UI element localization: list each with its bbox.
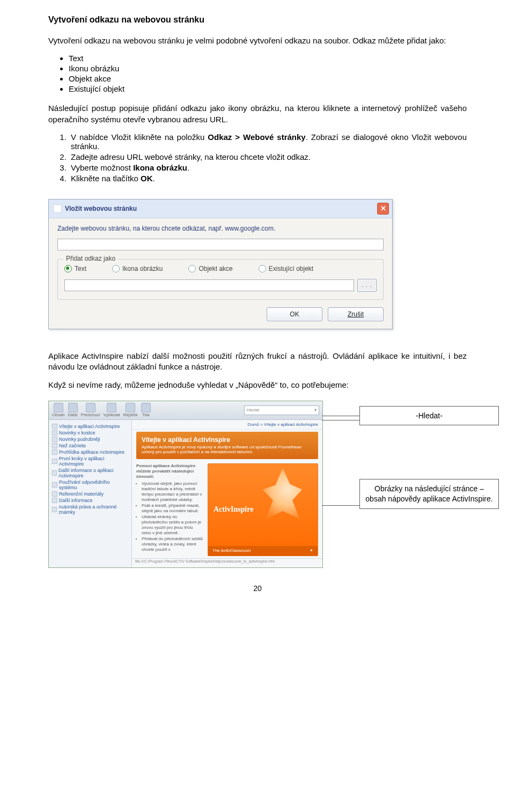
help-toolbar: Obsah Další Předchozí Vyhledat Rejstřík … bbox=[49, 401, 322, 420]
browse-button[interactable]: . . . bbox=[357, 279, 377, 292]
close-button[interactable]: ✕ bbox=[377, 203, 389, 215]
list-item: Zadejte adresu URL webové stránky, na kt… bbox=[69, 152, 467, 161]
radio-label: Objekt akce bbox=[198, 265, 232, 272]
toolbar-icon bbox=[54, 403, 63, 412]
tree-icon bbox=[52, 430, 57, 435]
tree-icon bbox=[52, 459, 57, 464]
cancel-button[interactable]: Zrušit bbox=[328, 307, 384, 321]
tree-icon bbox=[52, 491, 57, 497]
toolbar-item[interactable]: Vyhledat bbox=[104, 403, 120, 417]
secondary-input[interactable] bbox=[64, 279, 354, 291]
tree-icon bbox=[52, 449, 57, 455]
tree-item[interactable]: Novinky v kostce bbox=[50, 430, 130, 436]
dialog-icon bbox=[53, 204, 62, 213]
list-item: Existující objekt bbox=[69, 84, 467, 93]
status-bar: file:///C:/Program Files/ACTIV Software/… bbox=[132, 558, 322, 567]
hero-banner: Vítejte v aplikaci ActivInspire Aplikace… bbox=[136, 432, 318, 459]
paragraph: Následující postup popisuje přidání odka… bbox=[48, 103, 467, 125]
dialog-titlebar: Vložit webovou stránku ✕ bbox=[49, 200, 392, 218]
toolbar-icon bbox=[126, 403, 135, 412]
tree-item[interactable]: Referenční materiály bbox=[50, 491, 130, 497]
breadcrumb: Domů > Vítejte v aplikaci ActivInspire bbox=[132, 420, 322, 430]
list-item: Přidávat do předváděcích sešitů obrázky,… bbox=[142, 536, 203, 552]
bullet-list: Text Ikonu obrázku Objekt akce Existujíc… bbox=[69, 54, 467, 93]
tree-icon bbox=[52, 443, 57, 448]
toolbar-icon bbox=[86, 403, 95, 412]
tree-icon bbox=[52, 470, 57, 476]
paragraph: Aplikace ActivInspire nabízí další možno… bbox=[48, 351, 467, 373]
radio-dot-icon bbox=[259, 265, 266, 272]
tree-item[interactable]: Autorská práva a ochranné známky bbox=[50, 504, 130, 515]
activinspire-help-screenshot: Obsah Další Předchozí Vyhledat Rejstřík … bbox=[48, 401, 323, 568]
radio-action-object[interactable]: Objekt akce bbox=[188, 265, 232, 272]
radio-label: Existující objekt bbox=[269, 265, 313, 272]
radio-dot-icon bbox=[188, 265, 196, 272]
list-item: Ukládat stránky do předváděcího sešitu a… bbox=[142, 514, 203, 536]
toolbar-item[interactable]: Předchozí bbox=[81, 403, 100, 417]
list-item: Text bbox=[69, 54, 467, 63]
radio-dot-icon bbox=[112, 265, 120, 272]
tree-icon bbox=[52, 424, 57, 429]
hero-title: Vítejte v aplikaci ActivInspire bbox=[142, 436, 313, 444]
tree-item[interactable]: Další informace o aplikaci ActivInspire bbox=[50, 467, 130, 479]
page-number: 20 bbox=[48, 584, 467, 593]
list-item: Vyberte možnost Ikona obrázku. bbox=[69, 163, 467, 172]
hero-subtitle: Aplikace ActivInspire je nový výukový a … bbox=[142, 445, 313, 455]
numbered-steps: V nabídce Vložit klikněte na položku Odk… bbox=[69, 132, 467, 183]
tree-item[interactable]: Vítejte v aplikaci ActivInspire bbox=[50, 423, 130, 430]
flame-icon bbox=[259, 468, 307, 522]
help-navigation-tree: Vítejte v aplikaci ActivInspire Novinky … bbox=[49, 420, 132, 567]
toolbar-item[interactable]: Rejstřík bbox=[123, 403, 138, 417]
toolbar-icon bbox=[107, 403, 116, 412]
tree-item[interactable]: Další informace bbox=[50, 497, 130, 504]
url-input[interactable] bbox=[57, 239, 384, 250]
tree-item[interactable]: Používání odpovědního systému bbox=[50, 479, 130, 491]
doc-heading: Vytvoření odkazu na webovou stránku bbox=[48, 15, 467, 25]
intro-paragraph: Vytvoření odkazu na webovou stránku je v… bbox=[48, 35, 467, 46]
dialog-description: Zadejte webovou stránku, na kterou chcet… bbox=[57, 225, 384, 232]
list-item: Vyučovat stejně, jako pomocí tradiční ta… bbox=[142, 481, 203, 503]
list-item: Klikněte na tlačítko OK. bbox=[69, 174, 467, 183]
callout-search: -Hledat- bbox=[359, 406, 499, 426]
paragraph: Když si nevíme rady, můžeme jednoduše vy… bbox=[48, 380, 467, 390]
callout-images: Obrázky na následující stránce – obsah n… bbox=[359, 479, 499, 509]
tree-item[interactable]: Novinky podrobněji bbox=[50, 436, 130, 442]
radio-image-icon[interactable]: Ikona obrázku bbox=[112, 265, 163, 272]
toolbar-icon bbox=[68, 403, 78, 412]
search-dropdown-icon: ▾ bbox=[314, 408, 317, 412]
promo-image: ActivInspire The ActivClassroom✶ bbox=[208, 463, 318, 556]
radio-label: Ikona obrázku bbox=[122, 265, 163, 272]
dialog-title: Vložit webovou stránku bbox=[65, 205, 137, 212]
tree-icon bbox=[52, 482, 57, 488]
toolbar-item[interactable]: Další bbox=[68, 403, 78, 417]
radio-text[interactable]: Text bbox=[64, 265, 86, 272]
insert-webpage-dialog: Vložit webovou stránku ✕ Zadejte webovou… bbox=[48, 199, 393, 329]
tree-icon bbox=[52, 437, 57, 442]
ok-button[interactable]: OK bbox=[267, 307, 322, 321]
content-intro: Pomocí aplikace ActivInspire můžete prov… bbox=[136, 463, 203, 556]
add-link-as-fieldset: Přidat odkaz jako Text Ikona obrázku Obj… bbox=[57, 259, 384, 300]
tree-item[interactable]: První kroky v aplikaci ActivInspire bbox=[50, 455, 130, 467]
tree-item[interactable]: Prohlídka aplikace ActivInspire bbox=[50, 449, 130, 455]
radio-existing-object[interactable]: Existující objekt bbox=[259, 265, 313, 272]
tree-icon bbox=[52, 507, 57, 512]
list-item: V nabídce Vložit klikněte na položku Odk… bbox=[69, 132, 467, 151]
fieldset-legend: Přidat odkaz jako bbox=[63, 255, 118, 262]
close-icon: ✕ bbox=[380, 204, 386, 212]
tree-item[interactable]: Než začnete bbox=[50, 442, 130, 449]
radio-dot-icon bbox=[64, 265, 72, 272]
toolbar-item[interactable]: Tisk bbox=[141, 403, 151, 417]
toolbar-item[interactable]: Obsah bbox=[52, 403, 65, 417]
toolbar-icon bbox=[141, 403, 151, 412]
list-item: Ikonu obrázku bbox=[69, 64, 467, 73]
help-search-input[interactable]: Hledat▾ bbox=[244, 405, 319, 415]
list-item: Objekt akce bbox=[69, 74, 467, 83]
list-item: Psát a kreslit, případně mazat, stejně j… bbox=[142, 503, 203, 514]
brand-logo: ActivInspire bbox=[214, 505, 253, 514]
radio-label: Text bbox=[75, 265, 86, 272]
promo-footer: The ActivClassroom✶ bbox=[208, 546, 318, 556]
tree-icon bbox=[52, 498, 57, 503]
